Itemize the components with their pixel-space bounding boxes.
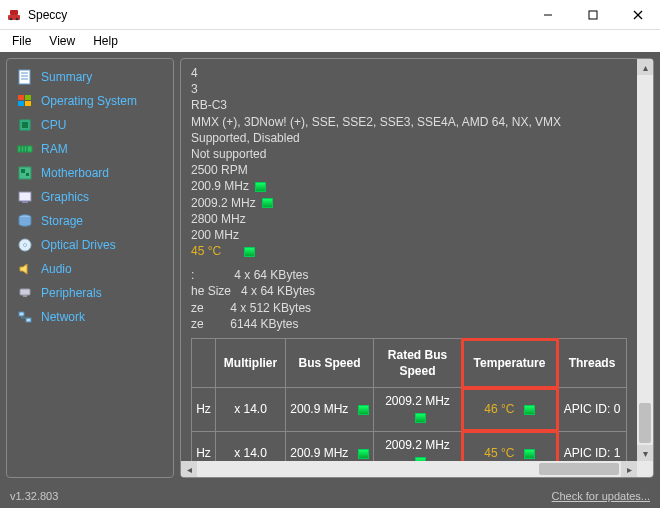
cpu-icon	[17, 117, 33, 133]
temp-chip-icon	[262, 198, 273, 208]
svg-rect-31	[23, 295, 27, 297]
sidebar-item-label: CPU	[41, 118, 66, 132]
scroll-thumb[interactable]	[639, 403, 651, 443]
menubar: File View Help	[0, 30, 660, 52]
cell-hz: Hz	[192, 388, 216, 431]
svg-rect-12	[18, 95, 24, 100]
col-bus-speed: Bus Speed	[286, 339, 374, 388]
sidebar-item-label: Optical Drives	[41, 238, 116, 252]
menu-file[interactable]: File	[4, 32, 39, 50]
info-line: MMX (+), 3DNow! (+), SSE, SSE2, SSE3, SS…	[191, 114, 627, 130]
sidebar-item-label: Graphics	[41, 190, 89, 204]
svg-rect-18	[18, 146, 32, 152]
sidebar-item-label: Motherboard	[41, 166, 109, 180]
svg-rect-5	[589, 11, 597, 19]
info-line: 4	[191, 65, 627, 81]
temp-chip-icon	[358, 405, 369, 415]
sidebar-item-optical[interactable]: Optical Drives	[9, 233, 171, 257]
svg-rect-23	[21, 169, 25, 173]
svg-rect-14	[18, 101, 24, 106]
scroll-left-button[interactable]: ◂	[181, 461, 197, 477]
scroll-right-button[interactable]: ▸	[621, 461, 637, 477]
windows-icon	[17, 93, 33, 109]
sidebar-item-graphics[interactable]: Graphics	[9, 185, 171, 209]
menu-view[interactable]: View	[41, 32, 83, 50]
svg-rect-15	[25, 101, 31, 106]
scroll-up-button[interactable]: ▴	[637, 59, 653, 75]
scroll-down-button[interactable]: ▾	[637, 445, 653, 461]
table-row: Hzx 14.0200.9 MHz 2009.2 MHz 45 °C APIC …	[192, 431, 627, 461]
temp-chip-icon	[524, 449, 535, 459]
graphics-icon	[17, 189, 33, 205]
cache-line: ze 4 x 512 KBytes	[191, 300, 627, 316]
info-line: 200.9 MHz	[191, 178, 627, 194]
scroll-track[interactable]	[637, 75, 653, 445]
col-rated-bus: Rated Bus Speed	[374, 339, 462, 388]
info-pane: 4 3 RB-C3 MMX (+), 3DNow! (+), SSE, SSE2…	[180, 58, 654, 478]
cell-threads: APIC ID: 0	[558, 388, 627, 431]
network-icon	[17, 309, 33, 325]
svg-point-2	[10, 17, 13, 20]
col-threads: Threads	[558, 339, 627, 388]
sidebar-item-label: Operating System	[41, 94, 137, 108]
cell-hz: Hz	[192, 431, 216, 461]
info-line: 2009.2 MHz	[191, 195, 627, 211]
sidebar-item-label: Summary	[41, 70, 92, 84]
version-label: v1.32.803	[10, 490, 58, 502]
maximize-button[interactable]	[570, 0, 615, 30]
scroll-thumb[interactable]	[539, 463, 619, 475]
info-line: Supported, Disabled	[191, 130, 627, 146]
audio-icon	[17, 261, 33, 277]
app-icon	[6, 7, 22, 23]
sidebar-item-label: Storage	[41, 214, 83, 228]
sidebar-item-storage[interactable]: Storage	[9, 209, 171, 233]
sidebar-item-network[interactable]: Network	[9, 305, 171, 329]
cell-multiplier: x 14.0	[216, 431, 286, 461]
motherboard-icon	[17, 165, 33, 181]
col-temperature: Temperature	[462, 339, 558, 388]
temp-chip-icon	[524, 405, 535, 415]
sidebar-item-label: Peripherals	[41, 286, 102, 300]
sidebar-item-os[interactable]: Operating System	[9, 89, 171, 113]
info-line-temp: 45 °C	[191, 243, 627, 259]
table-header-row: Multiplier Bus Speed Rated Bus Speed Tem…	[192, 339, 627, 388]
cell-temperature: 45 °C	[462, 431, 558, 461]
sidebar-item-ram[interactable]: RAM	[9, 137, 171, 161]
cell-threads: APIC ID: 1	[558, 431, 627, 461]
svg-rect-25	[19, 192, 31, 201]
window-title: Speccy	[28, 8, 525, 22]
sidebar-item-cpu[interactable]: CPU	[9, 113, 171, 137]
svg-rect-30	[20, 289, 30, 295]
sidebar-item-peripherals[interactable]: Peripherals	[9, 281, 171, 305]
minimize-button[interactable]	[525, 0, 570, 30]
titlebar: Speccy	[0, 0, 660, 30]
close-button[interactable]	[615, 0, 660, 30]
svg-rect-13	[25, 95, 31, 100]
scroll-track[interactable]	[197, 461, 621, 477]
sidebar-item-label: Network	[41, 310, 85, 324]
menu-help[interactable]: Help	[85, 32, 126, 50]
temp-chip-icon	[358, 449, 369, 459]
info-line: 2800 MHz	[191, 211, 627, 227]
info-content: 4 3 RB-C3 MMX (+), 3DNow! (+), SSE, SSE2…	[181, 59, 637, 461]
window-buttons	[525, 0, 660, 30]
cell-multiplier: x 14.0	[216, 388, 286, 431]
info-line: Not supported	[191, 146, 627, 162]
storage-icon	[17, 213, 33, 229]
sidebar-item-summary[interactable]: Summary	[9, 65, 171, 89]
horizontal-scrollbar[interactable]: ◂ ▸	[181, 461, 637, 477]
table-row: Hzx 14.0200.9 MHz 2009.2 MHz 46 °C APIC …	[192, 388, 627, 431]
sidebar-item-motherboard[interactable]: Motherboard	[9, 161, 171, 185]
ram-icon	[17, 141, 33, 157]
check-updates-link[interactable]: Check for updates...	[552, 490, 650, 502]
cache-line: ze 6144 KBytes	[191, 316, 627, 332]
workspace: Summary Operating System CPU RAM Motherb…	[0, 52, 660, 484]
vertical-scrollbar[interactable]: ▴ ▾	[637, 59, 653, 461]
col-multiplier: Multiplier	[216, 339, 286, 388]
cores-table: Multiplier Bus Speed Rated Bus Speed Tem…	[191, 338, 627, 461]
status-bar: v1.32.803 Check for updates...	[0, 484, 660, 508]
sidebar-item-audio[interactable]: Audio	[9, 257, 171, 281]
svg-rect-26	[22, 201, 28, 203]
svg-rect-24	[26, 173, 29, 176]
svg-point-3	[16, 17, 19, 20]
